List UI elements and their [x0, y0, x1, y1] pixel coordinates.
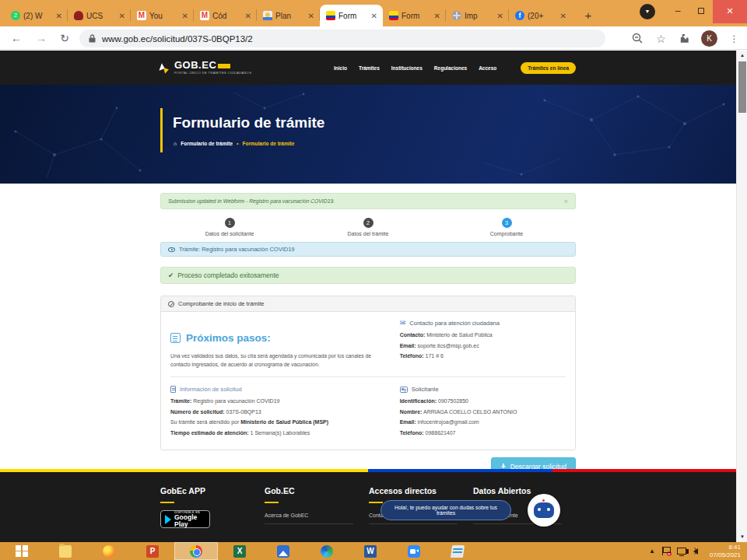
divider	[170, 376, 566, 377]
taskbar-excel[interactable]: X	[218, 542, 261, 560]
card-header: Comprobante de inicio de trámite	[161, 296, 575, 312]
browser-menu-icon[interactable]: ⋮	[728, 32, 741, 45]
footer-link-acerca[interactable]: Acerca de GobEC	[265, 513, 353, 524]
tab-label: You	[149, 12, 177, 20]
breadcrumb-current: Formulario de trámite	[243, 141, 295, 146]
facebook-icon	[515, 11, 524, 20]
gobec-logo[interactable]: GOB.EC PORTAL ÚNICO DE TRÁMITES CIUDADAN…	[160, 61, 251, 75]
minimize-button[interactable]: –	[666, 0, 689, 23]
close-tab-icon[interactable]: ✕	[370, 12, 379, 20]
volume-icon[interactable]	[693, 548, 698, 555]
solicitante-item: Teléfono: 0988621407	[400, 430, 566, 436]
extensions-icon[interactable]	[678, 32, 691, 45]
tab-label: Cód	[212, 12, 240, 20]
reload-button[interactable]: ↻	[56, 30, 73, 47]
comprobante-card: Comprobante de inicio de trámite Próximo…	[160, 296, 576, 450]
tab-gmail-2[interactable]: Cód ✕	[194, 5, 257, 26]
tab-facebook[interactable]: (20+ ✕	[509, 5, 572, 26]
start-button[interactable]	[0, 542, 44, 560]
tab-label: Plan	[275, 12, 303, 20]
screen: (2) W ✕ UCS ✕ You ✕ Cód ✕ Plan ✕	[0, 0, 747, 560]
logo-text: GOB.EC	[174, 59, 216, 71]
bookmark-star-icon[interactable]: ☆	[654, 32, 668, 45]
chatbot-message-bubble[interactable]: Hola!, te puedo ayudar con dudas sobre t…	[381, 500, 511, 520]
taskbar-photos[interactable]	[261, 542, 305, 560]
site-header: GOB.EC PORTAL ÚNICO DE TRÁMITES CIUDADAN…	[0, 51, 736, 85]
progress-steps: 1 Datos del solicitante 2 Datos del trám…	[160, 218, 576, 236]
close-tab-icon[interactable]: ✕	[496, 12, 505, 20]
nav-instituciones[interactable]: Instituciones	[391, 65, 423, 71]
scroll-up-icon[interactable]: ▲	[737, 51, 747, 61]
taskbar-firefox[interactable]	[87, 542, 131, 560]
tab-ucsg[interactable]: UCS ✕	[68, 5, 131, 26]
chatbot-avatar[interactable]	[528, 494, 560, 527]
scroll-down-icon[interactable]: ▼	[737, 532, 747, 542]
browser-toolbar: ← → ↻ www.gob.ec/solicitud/037S-0BQP13/2…	[0, 26, 747, 50]
maximize-button[interactable]	[689, 0, 713, 23]
windows-taskbar: P X W ▲ ✕ 8:41 07/05/2021	[0, 542, 747, 560]
close-window-button[interactable]: ✕	[713, 0, 747, 23]
security-flag-icon[interactable]: ✕	[662, 547, 670, 555]
logo-yellow-chip	[218, 64, 230, 68]
taskbar-word[interactable]: W	[349, 542, 392, 560]
taskbar-edge[interactable]	[305, 542, 349, 560]
id-card-icon	[400, 387, 408, 393]
profile-avatar[interactable]: K	[701, 30, 717, 47]
close-tab-icon[interactable]: ✕	[181, 12, 190, 20]
nav-inicio[interactable]: Inicio	[334, 65, 347, 71]
page-scrollbar[interactable]: ▲ ▼	[736, 51, 747, 542]
nav-tramites[interactable]: Trámites	[359, 65, 380, 71]
scrollbar-thumb[interactable]	[738, 61, 746, 113]
tab-imp[interactable]: Imp ✕	[446, 5, 509, 26]
step-datos-solicitante: 1 Datos del solicitante	[160, 218, 299, 236]
edge-icon	[321, 545, 333, 558]
close-tab-icon[interactable]: ✕	[307, 12, 316, 20]
tab-label: Form	[402, 12, 430, 20]
nav-regulaciones[interactable]: Regulaciones	[434, 65, 467, 71]
lock-icon	[89, 34, 96, 43]
breadcrumb-parent[interactable]: Formulario de trámite	[181, 141, 233, 146]
alert-close-icon[interactable]: ×	[564, 198, 568, 205]
page-viewport: GOB.EC PORTAL ÚNICO DE TRÁMITES CIUDADAN…	[0, 51, 747, 542]
photos-icon	[277, 545, 289, 558]
tab-whatsapp[interactable]: (2) W ✕	[5, 5, 68, 26]
close-tab-icon[interactable]: ✕	[433, 12, 442, 20]
new-tab-button[interactable]: +	[578, 6, 598, 26]
close-tab-icon[interactable]: ✕	[559, 12, 568, 20]
word-icon: W	[364, 545, 377, 558]
home-icon: ⌂	[174, 141, 177, 146]
taskbar-scanner[interactable]	[436, 542, 479, 560]
address-bar[interactable]: www.gob.ec/solicitud/037S-0BQP13/2	[79, 30, 605, 47]
step-label: Datos del trámite	[299, 231, 437, 236]
zoom-out-icon[interactable]	[631, 32, 644, 45]
contacto-item: Teléfono: 171 # 6	[400, 353, 566, 359]
planner-icon	[263, 11, 272, 20]
back-button[interactable]: ←	[8, 30, 25, 47]
close-tab-icon[interactable]: ✕	[244, 12, 253, 20]
taskbar-powerpoint[interactable]: P	[131, 542, 174, 560]
taskbar-zoom[interactable]	[392, 542, 436, 560]
tramites-en-linea-button[interactable]: Trámites en línea	[521, 62, 576, 74]
forward-button[interactable]: →	[33, 30, 50, 47]
solicitante-title: Solicitante	[400, 386, 566, 393]
taskbar-chrome-active[interactable]	[174, 542, 218, 560]
tab-formulario-2[interactable]: Form ✕	[383, 5, 446, 26]
browser-profile-menu[interactable]: ▼	[640, 4, 655, 19]
tab-gmail-1[interactable]: You ✕	[131, 5, 194, 26]
alert-emphasis: Webform - Registro para vacunación COVID…	[223, 198, 335, 204]
tab-formulario-active[interactable]: Form ✕	[320, 5, 383, 26]
close-tab-icon[interactable]: ✕	[117, 12, 127, 20]
tray-expand-icon[interactable]: ▲	[649, 542, 655, 560]
tab-planner[interactable]: Plan ✕	[257, 5, 320, 26]
tab-label: (20+	[528, 12, 556, 20]
taskbar-file-explorer[interactable]	[44, 542, 87, 560]
ecuador-flag-icon	[326, 11, 335, 20]
step-label: Datos del solicitante	[160, 231, 299, 236]
nav-acceso[interactable]: Acceso	[479, 65, 496, 71]
info-item: Trámite: Registro para vacunación COVID1…	[170, 398, 386, 404]
solicitante-item: Nombre: ARRIAGA COELLO CELSO ANTONIO	[400, 409, 566, 415]
submission-alert: Submission updated in Webform - Registro…	[160, 193, 576, 209]
taskbar-clock[interactable]: 8:41 07/05/2021	[705, 544, 741, 559]
google-play-badge[interactable]: DISPONIBLE EN Google Play	[160, 510, 210, 528]
close-tab-icon[interactable]: ✕	[54, 12, 64, 20]
